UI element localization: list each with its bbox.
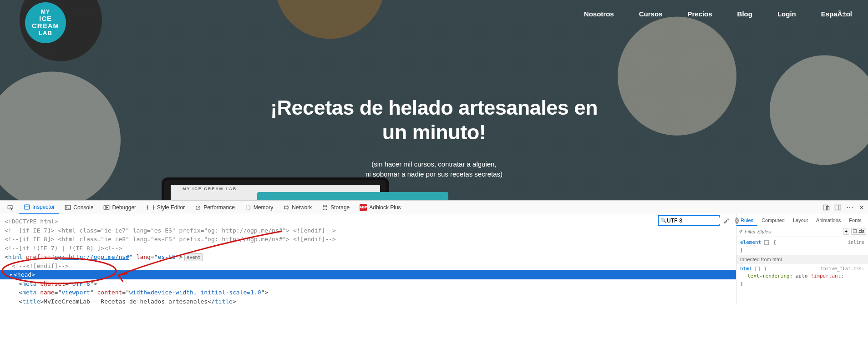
website-hero: MY ICE CREAM LAB Nosotros Cursos Precios…: [0, 0, 868, 200]
cta-button-partial[interactable]: [257, 192, 448, 200]
hero-headline-l1: ¡Recetas de helado artesanales en: [0, 96, 868, 120]
nav-cursos[interactable]: Cursos: [639, 10, 663, 18]
logo-line: ICE: [39, 15, 52, 23]
nav-precios[interactable]: Precios: [687, 10, 712, 18]
site-logo[interactable]: MY ICE CREAM LAB: [25, 2, 66, 43]
logo-line: CREAM: [32, 22, 59, 30]
hero-headline-l2: un minuto!: [0, 120, 868, 145]
nav-blog[interactable]: Blog: [737, 10, 752, 18]
primary-nav: Nosotros Cursos Precios Blog Login EspaÃ…: [584, 10, 852, 18]
nav-language[interactable]: EspaÃ±ol: [821, 10, 852, 18]
hero-sub-l2: ni sobornar a nadie por sus recetas secr…: [0, 169, 868, 179]
hero-subtext: (sin hacer mil cursos, contratar a algui…: [0, 159, 868, 179]
hero-headline: ¡Recetas de helado artesanales en un min…: [0, 96, 868, 145]
logo-line: LAB: [39, 30, 52, 36]
hero-sub-l1: (sin hacer mil cursos, contratar a algui…: [0, 159, 868, 169]
tablet-brand: MY ICE CREAM LAB: [183, 187, 237, 191]
logo-line: MY: [41, 9, 50, 15]
nav-nosotros[interactable]: Nosotros: [584, 10, 614, 18]
nav-login[interactable]: Login: [777, 10, 796, 18]
